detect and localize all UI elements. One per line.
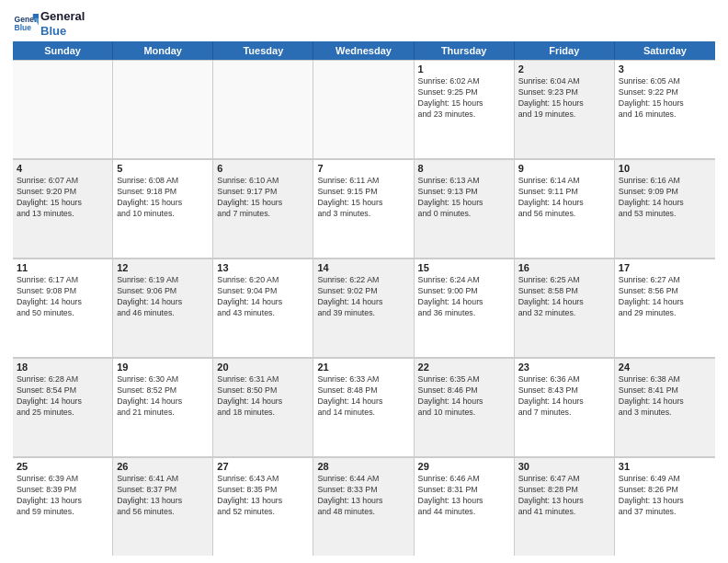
header-day-monday: Monday [113, 41, 213, 60]
cal-cell: 14Sunrise: 6:22 AM Sunset: 9:02 PM Dayli… [313, 259, 414, 357]
day-info: Sunrise: 6:07 AM Sunset: 9:20 PM Dayligh… [17, 176, 108, 220]
page: General Blue General Blue SundayMondayTu… [0, 0, 728, 563]
day-number: 16 [518, 262, 610, 273]
cal-cell [13, 60, 113, 158]
day-info: Sunrise: 6:25 AM Sunset: 8:58 PM Dayligh… [518, 275, 610, 319]
cal-cell: 1Sunrise: 6:02 AM Sunset: 9:25 PM Daylig… [415, 60, 515, 158]
day-number: 31 [619, 461, 711, 472]
day-info: Sunrise: 6:08 AM Sunset: 9:18 PM Dayligh… [117, 176, 209, 220]
day-number: 13 [217, 262, 309, 273]
day-info: Sunrise: 6:05 AM Sunset: 9:22 PM Dayligh… [619, 76, 711, 121]
cal-cell: 15Sunrise: 6:24 AM Sunset: 9:00 PM Dayli… [415, 259, 515, 357]
day-info: Sunrise: 6:38 AM Sunset: 8:41 PM Dayligh… [619, 374, 711, 419]
cal-cell [213, 60, 313, 158]
day-number: 23 [518, 362, 610, 373]
day-number: 28 [317, 461, 409, 472]
logo: General Blue General Blue [13, 9, 85, 38]
header-day-wednesday: Wednesday [313, 41, 414, 60]
cal-cell: 27Sunrise: 6:43 AM Sunset: 8:35 PM Dayli… [213, 457, 313, 556]
calendar-body: 1Sunrise: 6:02 AM Sunset: 9:25 PM Daylig… [13, 60, 715, 556]
cal-cell [313, 60, 414, 158]
day-number: 6 [217, 163, 309, 174]
cal-cell: 24Sunrise: 6:38 AM Sunset: 8:41 PM Dayli… [615, 358, 715, 456]
header-day-saturday: Saturday [615, 41, 715, 60]
day-info: Sunrise: 6:24 AM Sunset: 9:00 PM Dayligh… [418, 275, 510, 319]
day-number: 24 [619, 362, 711, 373]
cal-cell: 30Sunrise: 6:47 AM Sunset: 8:28 PM Dayli… [515, 457, 615, 556]
cal-cell: 18Sunrise: 6:28 AM Sunset: 8:54 PM Dayli… [13, 358, 113, 456]
cal-cell: 6Sunrise: 6:10 AM Sunset: 9:17 PM Daylig… [213, 159, 313, 258]
calendar: SundayMondayTuesdayWednesdayThursdayFrid… [13, 41, 715, 556]
svg-text:Blue: Blue [15, 23, 32, 32]
cal-cell: 13Sunrise: 6:20 AM Sunset: 9:04 PM Dayli… [213, 259, 313, 357]
day-number: 10 [619, 163, 711, 174]
day-info: Sunrise: 6:28 AM Sunset: 8:54 PM Dayligh… [17, 374, 108, 419]
day-info: Sunrise: 6:49 AM Sunset: 8:26 PM Dayligh… [619, 474, 711, 518]
day-number: 29 [418, 461, 510, 472]
week-row-1: 1Sunrise: 6:02 AM Sunset: 9:25 PM Daylig… [13, 60, 715, 159]
day-info: Sunrise: 6:11 AM Sunset: 9:15 PM Dayligh… [317, 176, 409, 220]
cal-cell: 11Sunrise: 6:17 AM Sunset: 9:08 PM Dayli… [13, 259, 113, 357]
header-day-sunday: Sunday [13, 41, 113, 60]
week-row-3: 11Sunrise: 6:17 AM Sunset: 9:08 PM Dayli… [13, 259, 715, 358]
header: General Blue General Blue [13, 9, 715, 38]
header-day-tuesday: Tuesday [213, 41, 313, 60]
day-number: 26 [117, 461, 209, 472]
day-number: 1 [418, 63, 510, 75]
day-info: Sunrise: 6:31 AM Sunset: 8:50 PM Dayligh… [217, 374, 309, 419]
calendar-header: SundayMondayTuesdayWednesdayThursdayFrid… [13, 41, 715, 60]
day-info: Sunrise: 6:36 AM Sunset: 8:43 PM Dayligh… [518, 374, 610, 419]
cal-cell: 31Sunrise: 6:49 AM Sunset: 8:26 PM Dayli… [615, 457, 715, 556]
day-number: 9 [518, 163, 610, 174]
day-number: 11 [17, 262, 108, 273]
cal-cell: 10Sunrise: 6:16 AM Sunset: 9:09 PM Dayli… [615, 159, 715, 258]
day-info: Sunrise: 6:17 AM Sunset: 9:08 PM Dayligh… [17, 275, 108, 319]
day-number: 21 [317, 362, 409, 373]
day-number: 5 [117, 163, 209, 174]
day-number: 14 [317, 262, 409, 273]
day-number: 12 [117, 262, 209, 273]
day-number: 4 [17, 163, 108, 174]
day-number: 3 [619, 63, 711, 75]
day-info: Sunrise: 6:39 AM Sunset: 8:39 PM Dayligh… [17, 474, 108, 518]
day-number: 15 [418, 262, 510, 273]
day-number: 30 [518, 461, 610, 472]
day-number: 20 [217, 362, 309, 373]
cal-cell: 25Sunrise: 6:39 AM Sunset: 8:39 PM Dayli… [13, 457, 113, 556]
week-row-4: 18Sunrise: 6:28 AM Sunset: 8:54 PM Dayli… [13, 358, 715, 457]
day-info: Sunrise: 6:22 AM Sunset: 9:02 PM Dayligh… [317, 275, 409, 319]
cal-cell: 21Sunrise: 6:33 AM Sunset: 8:48 PM Dayli… [313, 358, 414, 456]
cal-cell: 16Sunrise: 6:25 AM Sunset: 8:58 PM Dayli… [515, 259, 615, 357]
day-number: 25 [17, 461, 108, 472]
cal-cell: 20Sunrise: 6:31 AM Sunset: 8:50 PM Dayli… [213, 358, 313, 456]
cal-cell: 5Sunrise: 6:08 AM Sunset: 9:18 PM Daylig… [113, 159, 213, 258]
day-number: 8 [418, 163, 510, 174]
week-row-2: 4Sunrise: 6:07 AM Sunset: 9:20 PM Daylig… [13, 159, 715, 259]
cal-cell: 22Sunrise: 6:35 AM Sunset: 8:46 PM Dayli… [415, 358, 515, 456]
day-info: Sunrise: 6:10 AM Sunset: 9:17 PM Dayligh… [217, 176, 309, 220]
cal-cell: 12Sunrise: 6:19 AM Sunset: 9:06 PM Dayli… [113, 259, 213, 357]
header-day-thursday: Thursday [415, 41, 515, 60]
day-info: Sunrise: 6:47 AM Sunset: 8:28 PM Dayligh… [518, 474, 610, 518]
cal-cell: 2Sunrise: 6:04 AM Sunset: 9:23 PM Daylig… [515, 60, 615, 158]
day-number: 22 [418, 362, 510, 373]
day-info: Sunrise: 6:27 AM Sunset: 8:56 PM Dayligh… [619, 275, 711, 319]
day-info: Sunrise: 6:16 AM Sunset: 9:09 PM Dayligh… [619, 176, 711, 220]
day-info: Sunrise: 6:13 AM Sunset: 9:13 PM Dayligh… [418, 176, 510, 220]
cal-cell: 8Sunrise: 6:13 AM Sunset: 9:13 PM Daylig… [415, 159, 515, 258]
day-info: Sunrise: 6:46 AM Sunset: 8:31 PM Dayligh… [418, 474, 510, 518]
cal-cell: 17Sunrise: 6:27 AM Sunset: 8:56 PM Dayli… [615, 259, 715, 357]
cal-cell: 7Sunrise: 6:11 AM Sunset: 9:15 PM Daylig… [313, 159, 414, 258]
day-number: 19 [117, 362, 209, 373]
day-info: Sunrise: 6:20 AM Sunset: 9:04 PM Dayligh… [217, 275, 309, 319]
day-number: 2 [518, 63, 610, 75]
cal-cell: 23Sunrise: 6:36 AM Sunset: 8:43 PM Dayli… [515, 358, 615, 456]
cal-cell: 29Sunrise: 6:46 AM Sunset: 8:31 PM Dayli… [415, 457, 515, 556]
day-number: 7 [317, 163, 409, 174]
day-number: 18 [17, 362, 108, 373]
logo-icon: General Blue [13, 11, 39, 37]
cal-cell [113, 60, 213, 158]
day-number: 17 [619, 262, 711, 273]
day-number: 27 [217, 461, 309, 472]
day-info: Sunrise: 6:33 AM Sunset: 8:48 PM Dayligh… [317, 374, 409, 419]
